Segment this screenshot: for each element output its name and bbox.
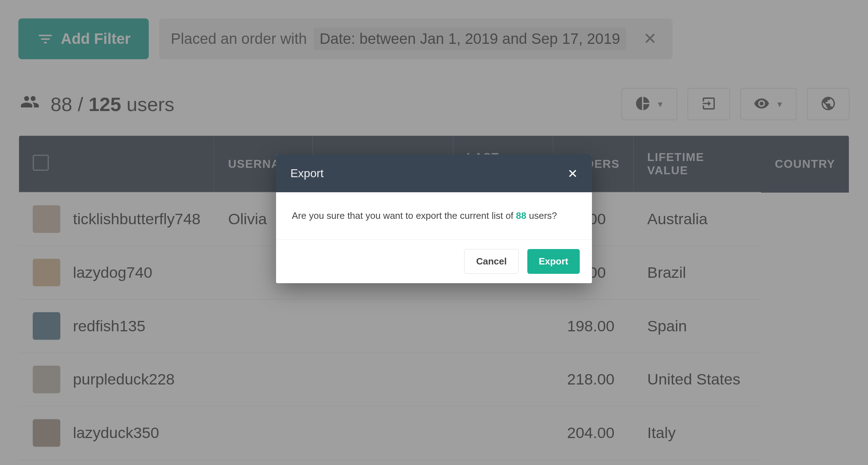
export-confirm-button[interactable]: Export	[527, 249, 580, 274]
modal-title: Export	[290, 167, 323, 180]
modal-close-icon[interactable]: ✕	[568, 167, 578, 180]
modal-body: Are you sure that you want to export the…	[276, 192, 592, 240]
modal-overlay[interactable]: Export ✕ Are you sure that you want to e…	[0, 0, 868, 465]
cancel-button[interactable]: Cancel	[464, 249, 518, 274]
export-modal: Export ✕ Are you sure that you want to e…	[276, 155, 592, 283]
modal-count: 88	[516, 210, 526, 221]
